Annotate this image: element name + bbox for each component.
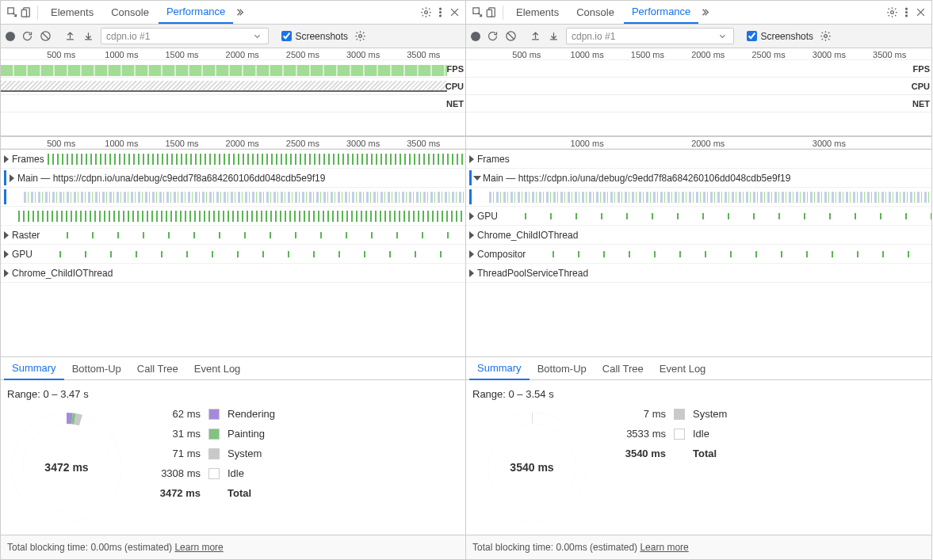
flame-track[interactable]: Compositor [466,245,931,264]
range-label: Range: 0 – 3.54 s [472,388,925,400]
inspect-icon[interactable] [471,6,484,19]
flame-track[interactable]: Main — https://cdpn.io/una/debug/c9edd7f… [466,169,931,188]
gear-icon[interactable] [885,6,898,19]
main-tabbar: ElementsConsolePerformance [1,1,465,25]
btab-event log[interactable]: Event Log [652,358,714,379]
btab-bottom-up[interactable]: Bottom-Up [64,358,129,379]
legend-row: 71 msSystem [150,448,275,459]
recording-select[interactable]: cdpn.io #1 [566,28,734,44]
expand-icon[interactable] [4,155,9,163]
tab-elements[interactable]: Elements [43,2,101,23]
kebab-icon[interactable] [434,6,446,19]
btab-bottom-up[interactable]: Bottom-Up [530,358,595,379]
main-tabbar: ElementsConsolePerformance [466,1,931,25]
btab-summary[interactable]: Summary [469,357,530,380]
recording-select[interactable]: cdpn.io #1 [101,28,269,44]
expand-icon[interactable] [469,212,474,220]
btab-call tree[interactable]: Call Tree [129,358,186,379]
btab-call tree[interactable]: Call Tree [595,358,652,379]
flame-track[interactable]: GPU [466,207,931,226]
tab-console[interactable]: Console [568,2,622,23]
expand-icon[interactable] [4,250,9,258]
inspect-icon[interactable] [6,6,18,19]
tab-performance[interactable]: Performance [624,1,698,24]
flame-track[interactable]: Chrome_ChildIOThread [1,264,465,283]
gear-icon[interactable] [820,30,832,42]
flame-ruler[interactable]: 500 ms1000 ms1500 ms2000 ms2500 ms3000 m… [1,137,465,149]
legend-row: 3540 msTotal [615,448,727,459]
tab-console[interactable]: Console [103,2,157,23]
record-button[interactable] [471,32,480,41]
svg-rect-2 [21,10,26,17]
expand-icon[interactable] [469,231,474,239]
reload-icon[interactable] [21,30,33,42]
expand-icon[interactable] [469,250,474,258]
reload-icon[interactable] [487,30,499,42]
legend-swatch [208,429,220,440]
range-label: Range: 0 – 3.47 s [7,388,459,400]
overview[interactable]: FPSCPUNET [1,60,465,136]
kebab-icon[interactable] [900,6,912,19]
flame-track[interactable]: Frames [466,150,931,169]
flame-track-data[interactable] [466,188,931,207]
tab-elements[interactable]: Elements [508,2,567,23]
upload-icon[interactable] [530,30,541,42]
flame-track-data[interactable] [1,188,465,207]
flame-ruler[interactable]: 1000 ms2000 ms3000 ms [466,137,931,149]
upload-icon[interactable] [64,30,76,42]
legend-row: 62 msRendering [150,408,275,420]
legend-row: 31 msPainting [150,428,275,440]
flame-track[interactable]: Main — https://cdpn.io/una/debug/c9edd7f… [1,169,465,188]
gear-icon[interactable] [354,30,366,42]
svg-point-20 [905,15,907,17]
summary-legend: 62 msRendering31 msPainting71 msSystem33… [150,408,275,527]
flame-chart[interactable]: FramesMain — https://cdpn.io/una/debug/c… [1,150,465,356]
expand-icon[interactable] [473,176,481,181]
download-icon[interactable] [548,30,560,42]
device-icon[interactable] [20,6,33,19]
overview-ruler[interactable]: 500 ms1000 ms1500 ms2000 ms2500 ms3000 m… [1,48,465,60]
svg-rect-16 [487,10,491,17]
close-icon[interactable] [914,6,927,19]
legend-swatch [208,468,220,479]
overview-ruler[interactable]: 500 ms1000 ms1500 ms2000 ms2500 ms3000 m… [466,48,931,60]
flame-chart[interactable]: FramesMain — https://cdpn.io/una/debug/c… [466,150,931,356]
flame-track[interactable]: ThreadPoolServiceThread [466,264,931,283]
overview-cpu: CPU [466,78,931,95]
more-tabs-icon[interactable] [700,6,713,19]
screenshots-checkbox[interactable]: Screenshots [747,31,813,42]
flame-track[interactable]: GPU [1,245,465,264]
btab-summary[interactable]: Summary [4,357,64,380]
btab-event log[interactable]: Event Log [186,358,249,379]
svg-point-4 [439,8,441,10]
flame-track[interactable]: Raster [1,226,465,245]
expand-icon[interactable] [4,269,9,277]
perf-toolbar: cdpn.io #1 Screenshots [466,25,931,48]
expand-icon[interactable] [10,174,14,182]
summary-tabs: SummaryBottom-UpCall TreeEvent Log [1,356,465,380]
summary-legend: 7 msSystem3533 msIdle3540 msTotal [615,408,727,527]
clear-icon[interactable] [505,30,517,42]
flame-track[interactable] [1,207,465,226]
more-tabs-icon[interactable] [235,6,247,19]
overview-net: NET [466,95,931,112]
summary-tabs: SummaryBottom-UpCall TreeEvent Log [466,356,931,380]
expand-icon[interactable] [4,231,9,239]
overview-fps: FPS [1,60,465,78]
flame-track[interactable]: Chrome_ChildIOThread [466,226,931,245]
flame-track[interactable]: Frames [1,150,465,169]
download-icon[interactable] [82,30,94,42]
learn-more-link[interactable]: Learn more [174,542,223,553]
clear-icon[interactable] [40,30,52,42]
learn-more-link[interactable]: Learn more [640,542,688,553]
gear-icon[interactable] [419,6,432,19]
legend-row: 3308 msIdle [150,467,275,479]
expand-icon[interactable] [469,269,474,277]
device-icon[interactable] [485,6,498,19]
tab-performance[interactable]: Performance [159,1,233,24]
close-icon[interactable] [448,6,461,19]
record-button[interactable] [6,32,15,41]
screenshots-checkbox[interactable]: Screenshots [281,31,348,42]
overview[interactable]: FPSCPUNET [466,60,931,136]
expand-icon[interactable] [469,155,474,163]
